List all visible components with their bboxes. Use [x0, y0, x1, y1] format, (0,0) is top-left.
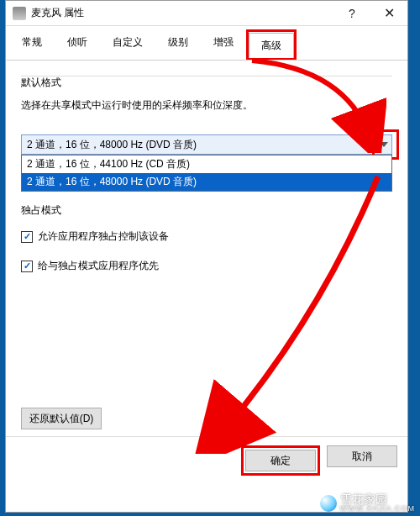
chevron-down-icon[interactable] [374, 134, 392, 155]
tab-listen[interactable]: 侦听 [55, 29, 100, 60]
checkbox-allow-exclusive[interactable] [21, 231, 33, 243]
mic-icon [13, 7, 26, 20]
format-combo-wrap: 2 通道，16 位，48000 Hz (DVD 音质) 2 通道，16 位，44… [21, 134, 392, 155]
format-option-1[interactable]: 2 通道，16 位，48000 Hz (DVD 音质) [22, 173, 391, 191]
titlebar: 麦克风 属性 ? ✕ [6, 1, 407, 26]
format-combobox[interactable]: 2 通道，16 位，48000 Hz (DVD 音质) [21, 134, 392, 155]
checkbox-priority-exclusive-label: 给与独占模式应用程序优先 [38, 259, 159, 273]
tab-enhance[interactable]: 增强 [201, 29, 246, 60]
tab-custom[interactable]: 自定义 [100, 29, 155, 60]
tab-content: 默认格式 选择在共享模式中运行时使用的采样频率和位深度。 2 通道，16 位，4… [6, 61, 407, 436]
dialog-footer: 确定 取消 [6, 436, 407, 484]
checkbox-priority-exclusive[interactable] [21, 261, 33, 272]
default-format-title: 默认格式 [21, 76, 392, 90]
restore-defaults-button[interactable]: 还原默认值(D) [21, 408, 102, 429]
tab-advanced[interactable]: 高级 [249, 33, 294, 58]
tab-strip: 常规 侦听 自定义 级别 增强 高级 [6, 26, 407, 61]
window-title: 麦克风 属性 [31, 6, 333, 20]
ok-button[interactable]: 确定 [245, 450, 316, 471]
watermark: 雪花家园 WWW.XHJIA.COM [320, 493, 416, 513]
tab-levels[interactable]: 级别 [155, 29, 201, 60]
help-button[interactable]: ? [333, 1, 370, 25]
exclusive-mode-title: 独占模式 [21, 203, 392, 218]
highlight-ok-button: 确定 [241, 445, 320, 476]
exclusive-mode-group: 独占模式 允许应用程序独占控制该设备 给与独占模式应用程序优先 [21, 203, 392, 273]
watermark-sub: WWW.XHJIA.COM [340, 505, 416, 513]
tab-general[interactable]: 常规 [9, 29, 55, 60]
watermark-logo-icon [320, 495, 337, 512]
format-option-0[interactable]: 2 通道，16 位，44100 Hz (CD 音质) [22, 155, 391, 173]
default-format-desc: 选择在共享模式中运行时使用的采样频率和位深度。 [21, 98, 392, 113]
format-dropdown: 2 通道，16 位，44100 Hz (CD 音质) 2 通道，16 位，480… [21, 155, 392, 192]
default-format-group: 默认格式 选择在共享模式中运行时使用的采样频率和位深度。 2 通道，16 位，4… [21, 76, 392, 163]
cancel-button[interactable]: 取消 [327, 445, 397, 467]
watermark-text: 雪花家园 [340, 493, 416, 505]
close-button[interactable]: ✕ [370, 1, 407, 25]
microphone-properties-window: 麦克风 属性 ? ✕ 常规 侦听 自定义 级别 增强 高级 默认格式 选择在共享… [5, 0, 408, 513]
format-selected: 2 通道，16 位，48000 Hz (DVD 音质) [27, 138, 197, 152]
checkbox-allow-exclusive-label: 允许应用程序独占控制该设备 [38, 229, 169, 244]
highlight-advanced-tab: 高级 [246, 29, 297, 60]
